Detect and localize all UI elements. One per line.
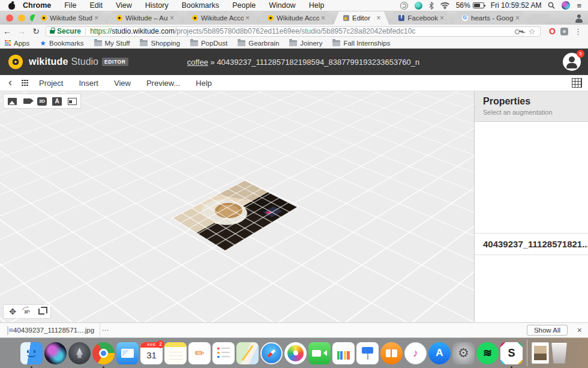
apple-menu-icon[interactable] [8, 2, 16, 10]
menubar-item[interactable]: Chrome [23, 1, 51, 10]
facetime-icon[interactable] [308, 342, 331, 364]
projects-grid-icon[interactable] [22, 80, 28, 86]
slack-icon[interactable] [500, 342, 523, 364]
notification-center-icon[interactable]: ≡ [577, 1, 581, 10]
tab-close-button[interactable]: × [94, 14, 98, 22]
download-file-icon[interactable] [532, 342, 549, 364]
tab-close-button[interactable]: × [515, 14, 520, 22]
browser-tab[interactable]: Editor × [334, 11, 389, 25]
ssl-lock-icon[interactable] [50, 30, 55, 34]
bookmark-item[interactable]: My Stuff [94, 40, 130, 47]
menubar-item[interactable]: File [64, 1, 76, 10]
bookmark-item[interactable]: Apps [5, 40, 29, 47]
menubar-item[interactable]: Window [269, 1, 295, 10]
chrome-icon[interactable] [92, 342, 115, 364]
calendar-icon[interactable]: AUG 31 2 [140, 342, 163, 364]
finder-icon[interactable] [20, 342, 43, 364]
bluetooth-icon[interactable] [429, 2, 434, 10]
spotify-icon[interactable] [476, 342, 499, 364]
rotate-3d-tool[interactable]: 3D [22, 307, 32, 316]
menubar-item[interactable]: History [145, 1, 169, 10]
tab-close-button[interactable]: × [440, 14, 444, 22]
add-3d-model-tool[interactable]: 3D [35, 95, 49, 107]
move-tool[interactable]: ✥ [7, 307, 18, 316]
numbers-icon[interactable] [332, 342, 355, 364]
back-button[interactable]: ← [0, 26, 14, 36]
forward-button[interactable]: → [14, 26, 29, 36]
crop-tool[interactable] [36, 307, 47, 316]
secure-label[interactable]: Secure [57, 27, 81, 35]
sysprefs-icon[interactable] [452, 342, 475, 364]
show-all-downloads-button[interactable]: Show All [527, 325, 568, 336]
tab-close-button[interactable]: × [170, 14, 174, 22]
editor-menu-item[interactable]: Insert [79, 79, 98, 88]
launchpad-icon[interactable] [68, 342, 91, 364]
extension-square-icon[interactable] [560, 28, 568, 35]
chrome-menu-button[interactable]: ⋮ [573, 27, 588, 36]
reminders-icon[interactable] [212, 342, 235, 364]
mail-icon[interactable] [116, 342, 139, 364]
scene-canvas[interactable]: 3D A ✥ 3D [0, 91, 474, 322]
add-image-tool[interactable] [5, 95, 19, 107]
augmentation-list-item[interactable]: 40439237_11128571821... [475, 233, 588, 255]
ibooks-icon[interactable] [380, 342, 403, 364]
address-bar[interactable]: Secure | https://studio.wikitude.com/pro… [46, 26, 541, 37]
editor-menu-item[interactable]: Preview... [146, 79, 180, 88]
browser-profile-icon[interactable] [574, 14, 583, 23]
browser-tab[interactable]: Facebook × [389, 11, 452, 25]
wifi-icon[interactable] [440, 2, 449, 9]
siri-icon[interactable] [562, 1, 570, 10]
menubar-item[interactable]: Edit [89, 1, 103, 10]
new-tab-button[interactable] [526, 14, 550, 25]
bookmark-item[interactable]: Fall Internships [332, 40, 390, 47]
editor-menu-item[interactable]: View [114, 79, 131, 88]
pages-icon[interactable] [188, 342, 211, 364]
browser-tab[interactable]: hearts - Google Search × [452, 11, 528, 25]
keynote-icon[interactable] [356, 342, 379, 364]
menubar-clock[interactable]: Fri 10:59:52 AM [491, 1, 542, 10]
extension-o-icon[interactable]: O [549, 26, 556, 36]
url-text[interactable]: https://studio.wikitude.com/projects/5b8… [90, 27, 511, 35]
editor-menu-item[interactable]: Project [39, 79, 63, 88]
bookmark-item[interactable]: Joinery [289, 40, 322, 47]
notes-icon[interactable] [164, 342, 187, 364]
breadcrumb-project-link[interactable]: coffee [187, 58, 208, 67]
bookmark-item[interactable]: PopDust [190, 40, 227, 47]
downloads-close-button[interactable]: × [577, 325, 582, 335]
downloaded-file-chip[interactable]: 40439237_11128571....jpg ⋯ [0, 323, 100, 337]
safari-icon[interactable] [260, 342, 283, 364]
add-widget-tool[interactable] [65, 95, 79, 107]
tab-close-button[interactable]: × [245, 14, 250, 22]
extension-swirl-icon[interactable] [400, 2, 408, 10]
battery-indicator[interactable]: 56% [456, 1, 484, 10]
spotlight-search-icon[interactable] [548, 2, 555, 9]
editor-back-button[interactable]: ‹ [8, 76, 12, 89]
extension-teal-icon[interactable] [415, 2, 422, 10]
wikitude-logo-icon[interactable] [8, 55, 23, 69]
trash-icon[interactable] [551, 343, 568, 364]
bookmark-item[interactable]: Gearbrain [238, 40, 279, 47]
browser-tab[interactable]: Wikitude – Authentica × [107, 11, 182, 25]
photos-icon[interactable] [284, 342, 307, 364]
layout-grid-icon[interactable] [572, 78, 582, 88]
download-options-icon[interactable]: ⋯ [101, 326, 109, 334]
browser-tab[interactable]: Wikitude Account × [258, 11, 334, 25]
browser-tab[interactable]: Wikitude Account × [182, 11, 258, 25]
bookmark-star-icon[interactable]: ☆ [528, 27, 535, 36]
menubar-item[interactable]: People [232, 1, 256, 10]
maps-icon[interactable] [236, 342, 259, 364]
add-text-tool[interactable]: A [50, 95, 64, 107]
bookmark-item[interactable]: ★ Bookmarks [40, 40, 83, 47]
browser-tab[interactable]: Wikitude Studio - Aug × [31, 11, 107, 25]
bookmark-item[interactable]: Shopping [140, 40, 180, 47]
window-minimize-button[interactable] [18, 14, 25, 22]
tab-close-button[interactable]: × [321, 14, 325, 22]
add-video-tool[interactable] [20, 95, 34, 107]
menubar-item[interactable]: Bookmarks [182, 1, 220, 10]
window-close-button[interactable] [6, 14, 13, 22]
tab-close-button[interactable]: × [376, 14, 380, 22]
reload-button[interactable]: ↻ [29, 26, 43, 36]
appstore-icon[interactable] [428, 342, 451, 364]
editor-menu-item[interactable]: Help [196, 79, 212, 88]
menubar-item[interactable]: Help [309, 1, 325, 10]
